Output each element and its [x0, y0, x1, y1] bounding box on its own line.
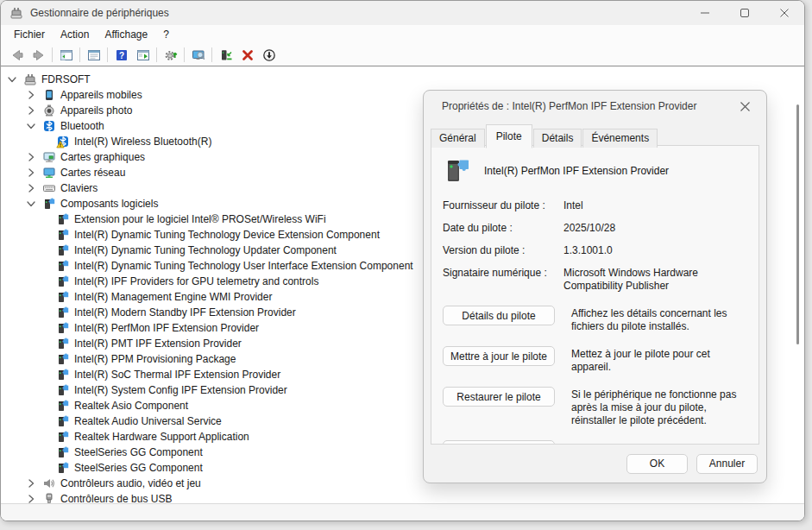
- software-component-icon: [56, 461, 70, 475]
- bluetooth-icon: [42, 119, 56, 133]
- action-description: Affichez les détails concernant les fich…: [571, 306, 748, 333]
- search-computer-icon: [192, 48, 205, 62]
- show-console-tree-button[interactable]: [55, 46, 77, 65]
- cancel-button[interactable]: Annuler: [696, 454, 758, 474]
- forward-button[interactable]: [28, 46, 49, 65]
- tree-item[interactable]: FDRSOFT: [1, 72, 804, 87]
- tree-item-label: FDRSOFT: [41, 73, 91, 85]
- tree-item-label: Intel(R) Wireless Bluetooth(R): [74, 136, 211, 148]
- driver-details-button[interactable]: Détails du pilote: [443, 306, 555, 325]
- software-component-icon: [56, 274, 70, 288]
- tree-item[interactable]: Contrôleurs de bus USB: [1, 491, 804, 504]
- chevron-down-icon[interactable]: [25, 120, 37, 132]
- show-console-tree-icon: [60, 48, 73, 62]
- software-component-icon: [56, 383, 70, 397]
- camera-icon: [42, 104, 56, 117]
- tree-item-label: Cartes réseau: [60, 167, 125, 179]
- dialog-tabs: Général Pilote Détails Événements: [431, 124, 658, 148]
- dialog-title: Propriétés de : Intel(R) PerfMon IPF Ext…: [442, 100, 696, 112]
- tree-item-label: Appareils photo: [60, 104, 132, 117]
- disable-device-button-dialog[interactable]: Désactiver l'appareil: [443, 440, 555, 445]
- tree-item-label: SteelSeries GG Component: [74, 446, 203, 458]
- chevron-right-icon[interactable]: [25, 167, 37, 179]
- tree-item-label: Intel(R) PerfMon IPF Extension Provider: [74, 322, 259, 334]
- menu-affichage[interactable]: Affichage: [97, 27, 155, 42]
- tree-item-label: Intel(R) Dynamic Tuning Technology Updat…: [74, 244, 337, 256]
- tab-general[interactable]: Général: [431, 129, 485, 148]
- ok-button[interactable]: OK: [626, 454, 688, 474]
- network-adapter-icon: [42, 166, 56, 180]
- update-driver-button[interactable]: [215, 46, 236, 65]
- status-bar: [1, 503, 804, 521]
- keyboard-icon: [42, 181, 56, 195]
- tab-details[interactable]: Détails: [533, 129, 582, 148]
- scan-hardware-changes-button[interactable]: [160, 46, 181, 65]
- back-button[interactable]: [6, 46, 28, 65]
- uninstall-device-icon: [241, 48, 255, 62]
- software-component-icon: [56, 368, 70, 382]
- action-row: Détails du pilote Affichez les détails c…: [443, 306, 748, 333]
- chevron-down-icon[interactable]: [25, 198, 37, 210]
- field-value: 1.3.1001.0: [563, 244, 748, 257]
- chevron-right-icon[interactable]: [25, 182, 37, 194]
- action-row: Désactiver l'appareil Désactivez l'appar…: [443, 440, 748, 445]
- field-row: Signataire numérique :Microsoft Windows …: [443, 267, 748, 293]
- vertical-scrollbar[interactable]: [796, 104, 799, 344]
- tree-item-label: Intel(R) SoC Thermal IPF Extension Provi…: [74, 369, 280, 381]
- menu-action[interactable]: Action: [53, 27, 97, 42]
- search-computer-button[interactable]: [187, 46, 209, 65]
- action-pane-icon: [136, 48, 150, 62]
- device-manager-window: Gestionnaire de périphériques Fichier Ac…: [0, 0, 805, 521]
- device-header: Intel(R) PerfMon IPF Extension Provider: [443, 156, 748, 186]
- tab-evenements[interactable]: Événements: [582, 129, 658, 148]
- tree-item-label: Realtek Asio Component: [74, 400, 188, 412]
- bluetooth-warning-icon: [56, 135, 70, 148]
- chevron-right-icon[interactable]: [25, 104, 37, 117]
- toolbar-separator: [79, 47, 80, 62]
- field-value: Microsoft Windows Hardware Compatibility…: [563, 267, 748, 293]
- menu-help[interactable]: ?: [155, 27, 177, 42]
- software-component-icon: [56, 399, 70, 413]
- tree-item-label: Intel(R) PPM Provisioning Package: [74, 353, 236, 365]
- toolbar-separator: [184, 47, 185, 62]
- menu-fichier[interactable]: Fichier: [6, 27, 53, 42]
- software-component-icon: [56, 430, 70, 444]
- field-label: Version du pilote :: [443, 244, 563, 257]
- dialog-close-button[interactable]: [737, 98, 752, 114]
- chevron-right-icon[interactable]: [25, 477, 37, 489]
- update-driver-icon: [219, 48, 233, 62]
- uninstall-device-button[interactable]: [236, 46, 258, 65]
- minimize-button[interactable]: [685, 1, 725, 25]
- close-button[interactable]: [765, 1, 804, 25]
- driver-tab-page: Intel(R) PerfMon IPF Extension Provider …: [431, 145, 759, 445]
- chevron-right-icon[interactable]: [25, 89, 37, 101]
- properties-dialog: Propriétés de : Intel(R) PerfMon IPF Ext…: [423, 90, 767, 483]
- update-driver-button-dialog[interactable]: Mettre à jour le pilote: [443, 346, 555, 366]
- field-value: 2025/10/28: [563, 222, 748, 235]
- software-component-icon: [56, 290, 70, 304]
- tree-item-label: Intel(R) Dynamic Tuning Technology Devic…: [74, 229, 380, 241]
- scan-hardware-changes-icon: [164, 48, 178, 62]
- tree-item-label: Intel(R) Modern Standby IPF Extension Pr…: [74, 306, 296, 319]
- chevron-right-icon[interactable]: [25, 151, 37, 163]
- field-label: Fournisseur du pilote :: [443, 199, 563, 212]
- software-component-icon: [56, 259, 70, 273]
- tree-item-label: Cartes graphiques: [60, 151, 145, 163]
- field-row: Version du pilote :1.3.1001.0: [443, 244, 748, 257]
- chevron-down-icon[interactable]: [6, 73, 18, 85]
- help-button[interactable]: [110, 46, 132, 65]
- roll-back-driver-button[interactable]: Restaurer le pilote: [443, 387, 555, 407]
- disable-device-button[interactable]: [258, 46, 280, 65]
- field-label: Date du pilote :: [443, 222, 563, 235]
- action-pane-button[interactable]: [132, 46, 154, 65]
- action-description: Si le périphérique ne fonctionne pas apr…: [571, 387, 748, 427]
- title-bar: Gestionnaire de périphériques: [1, 1, 804, 25]
- tab-pilote[interactable]: Pilote: [486, 124, 532, 148]
- help-icon: [115, 48, 129, 62]
- maximize-button[interactable]: [725, 1, 765, 25]
- tree-item-label: Claviers: [60, 182, 98, 194]
- tree-item-label: Bluetooth: [60, 120, 104, 132]
- properties-button[interactable]: [83, 46, 104, 65]
- field-row: Fournisseur du pilote :Intel: [443, 199, 748, 212]
- tree-item-label: Intel(R) PMT IPF Extension Provider: [74, 338, 242, 350]
